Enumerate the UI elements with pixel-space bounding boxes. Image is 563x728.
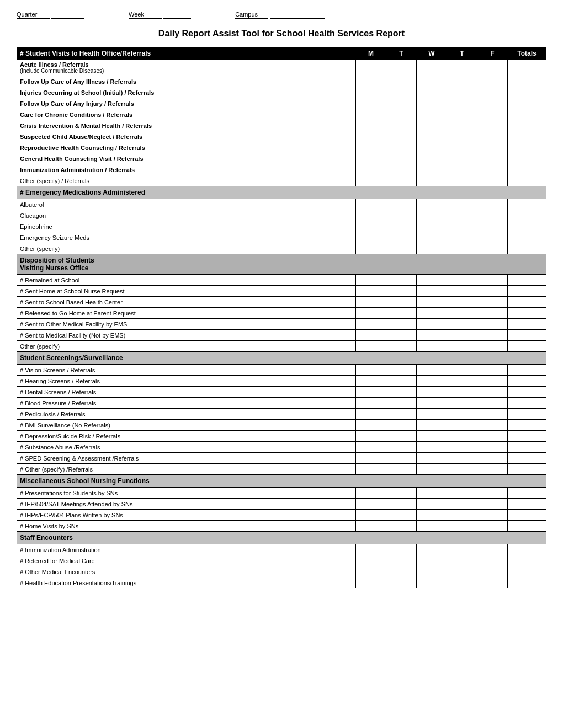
data-cell[interactable] (417, 453, 447, 464)
data-cell[interactable] (356, 175, 386, 186)
data-cell[interactable] (508, 420, 546, 431)
data-cell[interactable] (508, 319, 546, 330)
data-cell[interactable] (447, 420, 477, 431)
data-cell[interactable] (447, 131, 477, 142)
data-cell[interactable] (356, 221, 386, 232)
data-cell[interactable] (447, 87, 477, 98)
data-cell[interactable] (508, 199, 546, 210)
data-cell[interactable] (447, 60, 477, 76)
data-cell[interactable] (386, 453, 417, 464)
data-cell[interactable] (356, 153, 386, 164)
data-cell[interactable] (356, 566, 386, 577)
data-cell[interactable] (386, 210, 417, 221)
data-cell[interactable] (477, 109, 508, 120)
data-cell[interactable] (477, 387, 508, 398)
data-cell[interactable] (447, 387, 477, 398)
data-cell[interactable] (477, 221, 508, 232)
data-cell[interactable] (447, 221, 477, 232)
data-cell[interactable] (508, 297, 546, 308)
data-cell[interactable] (508, 577, 546, 588)
data-cell[interactable] (356, 431, 386, 442)
data-cell[interactable] (447, 142, 477, 153)
data-cell[interactable] (417, 297, 447, 308)
data-cell[interactable] (447, 153, 477, 164)
data-cell[interactable] (417, 60, 447, 76)
data-cell[interactable] (508, 275, 546, 286)
data-cell[interactable] (386, 376, 417, 387)
data-cell[interactable] (417, 199, 447, 210)
data-cell[interactable] (508, 555, 546, 566)
data-cell[interactable] (386, 142, 417, 153)
data-cell[interactable] (417, 365, 447, 376)
data-cell[interactable] (386, 76, 417, 87)
data-cell[interactable] (417, 398, 447, 409)
data-cell[interactable] (356, 577, 386, 588)
data-cell[interactable] (447, 365, 477, 376)
data-cell[interactable] (477, 60, 508, 76)
data-cell[interactable] (508, 60, 546, 76)
data-cell[interactable] (356, 453, 386, 464)
data-cell[interactable] (477, 120, 508, 131)
data-cell[interactable] (386, 521, 417, 532)
data-cell[interactable] (508, 243, 546, 254)
data-cell[interactable] (477, 153, 508, 164)
data-cell[interactable] (356, 341, 386, 352)
data-cell[interactable] (508, 221, 546, 232)
data-cell[interactable] (356, 164, 386, 175)
data-cell[interactable] (356, 442, 386, 453)
data-cell[interactable] (356, 330, 386, 341)
data-cell[interactable] (447, 521, 477, 532)
data-cell[interactable] (386, 442, 417, 453)
data-cell[interactable] (356, 87, 386, 98)
data-cell[interactable] (386, 319, 417, 330)
data-cell[interactable] (477, 76, 508, 87)
data-cell[interactable] (356, 210, 386, 221)
data-cell[interactable] (447, 232, 477, 243)
data-cell[interactable] (477, 98, 508, 109)
data-cell[interactable] (477, 232, 508, 243)
data-cell[interactable] (417, 577, 447, 588)
data-cell[interactable] (386, 398, 417, 409)
data-cell[interactable] (477, 376, 508, 387)
data-cell[interactable] (356, 387, 386, 398)
data-cell[interactable] (386, 431, 417, 442)
data-cell[interactable] (447, 109, 477, 120)
data-cell[interactable] (477, 175, 508, 186)
data-cell[interactable] (386, 98, 417, 109)
data-cell[interactable] (356, 131, 386, 142)
data-cell[interactable] (386, 275, 417, 286)
data-cell[interactable] (508, 409, 546, 420)
data-cell[interactable] (477, 142, 508, 153)
data-cell[interactable] (356, 555, 386, 566)
data-cell[interactable] (356, 510, 386, 521)
data-cell[interactable] (417, 98, 447, 109)
data-cell[interactable] (477, 464, 508, 475)
data-cell[interactable] (417, 409, 447, 420)
data-cell[interactable] (356, 142, 386, 153)
data-cell[interactable] (447, 376, 477, 387)
data-cell[interactable] (386, 120, 417, 131)
data-cell[interactable] (447, 319, 477, 330)
data-cell[interactable] (356, 420, 386, 431)
data-cell[interactable] (477, 577, 508, 588)
data-cell[interactable] (508, 120, 546, 131)
data-cell[interactable] (417, 109, 447, 120)
data-cell[interactable] (508, 330, 546, 341)
data-cell[interactable] (356, 488, 386, 499)
data-cell[interactable] (447, 431, 477, 442)
data-cell[interactable] (508, 521, 546, 532)
data-cell[interactable] (447, 577, 477, 588)
data-cell[interactable] (386, 153, 417, 164)
data-cell[interactable] (386, 297, 417, 308)
data-cell[interactable] (447, 120, 477, 131)
data-cell[interactable] (417, 142, 447, 153)
data-cell[interactable] (417, 387, 447, 398)
data-cell[interactable] (508, 308, 546, 319)
data-cell[interactable] (386, 243, 417, 254)
data-cell[interactable] (386, 175, 417, 186)
data-cell[interactable] (386, 499, 417, 510)
data-cell[interactable] (447, 409, 477, 420)
data-cell[interactable] (477, 453, 508, 464)
data-cell[interactable] (477, 510, 508, 521)
data-cell[interactable] (417, 566, 447, 577)
